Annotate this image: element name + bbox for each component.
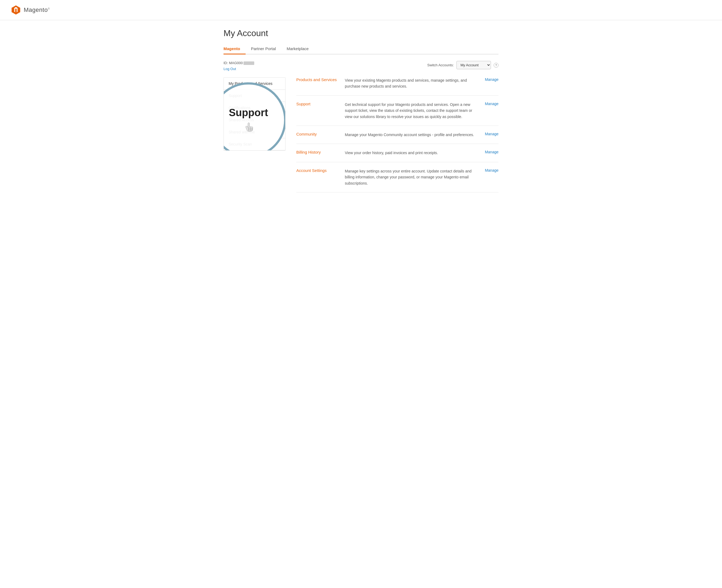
service-action-products[interactable]: Manage — [479, 77, 498, 82]
switch-accounts-section: Switch Accounts: My Account ? — [427, 61, 498, 69]
service-row-billing: Billing History View your order history,… — [296, 144, 498, 162]
service-action-account-settings[interactable]: Manage — [479, 168, 498, 172]
tab-magento[interactable]: Magento — [224, 44, 246, 55]
service-row-account-settings: Account Settings Manage key settings acr… — [296, 162, 498, 192]
service-desc-account-settings: Manage key settings across your entire a… — [345, 168, 474, 186]
sidebar-item-my-products[interactable]: My Products and Services — [224, 78, 285, 90]
service-row-support: Support Get technical support for your M… — [296, 96, 498, 126]
service-title-support[interactable]: Support — [296, 102, 339, 106]
tab-marketplace[interactable]: Marketplace — [281, 44, 314, 55]
service-title-billing[interactable]: Billing History — [296, 150, 339, 154]
logo-text: Magento® — [24, 6, 50, 14]
service-desc-community: Manage your Magento Community account se… — [345, 132, 474, 138]
service-action-support[interactable]: Manage — [479, 102, 498, 106]
switch-accounts-label: Switch Accounts: — [427, 63, 454, 67]
account-bar: ID: MAG000 Log Out Switch Accounts: My A… — [224, 61, 498, 71]
service-title-products[interactable]: Products and Services — [296, 77, 339, 82]
main-container: My Account Magento Partner Portal Market… — [213, 20, 509, 201]
sidebar: My Products and Services Support Certifi… — [224, 77, 286, 151]
service-desc-products: View your existing Magento products and … — [345, 77, 474, 89]
sidebar-item-shared-with-me[interactable]: Shared with me — [224, 126, 285, 138]
magento-logo-icon — [11, 5, 21, 15]
help-icon[interactable]: ? — [494, 63, 498, 68]
page-header: Magento® — [0, 0, 722, 20]
account-id-section: ID: MAG000 Log Out — [224, 61, 254, 71]
page-title: My Account — [224, 28, 498, 38]
tab-nav: Magento Partner Portal Marketplace — [224, 44, 498, 55]
service-title-community[interactable]: Community — [296, 132, 339, 136]
sidebar-item-security-scan[interactable]: Security Scan — [224, 138, 285, 150]
tab-partner-portal[interactable]: Partner Portal — [246, 44, 282, 55]
main-content: Products and Services View your existing… — [296, 77, 498, 192]
logout-link[interactable]: Log Out — [224, 67, 236, 71]
service-action-billing[interactable]: Manage — [479, 150, 498, 154]
service-row-products: Products and Services View your existing… — [296, 77, 498, 96]
service-action-community[interactable]: Manage — [479, 132, 498, 136]
sidebar-item-support[interactable]: Support — [224, 90, 285, 102]
service-row-community: Community Manage your Magento Community … — [296, 126, 498, 144]
service-desc-billing: View your order history, paid invoices a… — [345, 150, 474, 156]
sidebar-item-shared-access[interactable]: Shared Access — [224, 114, 285, 126]
service-title-account-settings[interactable]: Account Settings — [296, 168, 339, 173]
id-blur — [244, 61, 254, 65]
sidebar-item-certifications[interactable]: Certifications — [224, 102, 285, 114]
service-desc-support: Get technical support for your Magento p… — [345, 102, 474, 120]
logo[interactable]: Magento® — [11, 5, 50, 15]
account-id: ID: MAG000 — [224, 61, 254, 65]
content-layout: My Products and Services Support Certifi… — [224, 77, 498, 192]
switch-accounts-select[interactable]: My Account — [456, 61, 491, 69]
